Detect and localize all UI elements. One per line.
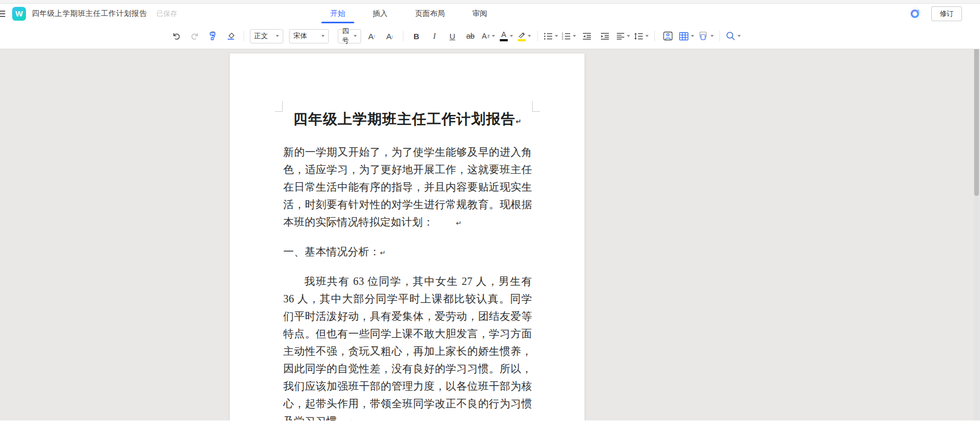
assistant-avatar-icon[interactable]	[908, 6, 922, 21]
divider	[537, 31, 538, 41]
numbered-list-button[interactable]: 123	[562, 28, 576, 44]
paragraph-mark: ↵	[456, 219, 462, 227]
chevron-down-icon	[573, 35, 576, 37]
increase-indent-button[interactable]	[598, 28, 612, 44]
document-page[interactable]: 四年级上学期班主任工作计划报告↵ 新的一学期又开始了，为了使学生能够及早的进入角…	[230, 53, 585, 420]
italic-button[interactable]: I	[427, 28, 442, 44]
underline-button[interactable]: U	[445, 28, 460, 44]
ribbon-tabs: 开始 插入 页面布局 审阅	[329, 4, 488, 23]
save-status-badge: 已保存	[157, 9, 177, 19]
vertical-scrollbar[interactable]	[974, 49, 979, 420]
chevron-down-icon	[492, 35, 495, 37]
divider	[720, 31, 720, 41]
paragraph-style-dropdown[interactable]: 正文	[250, 29, 283, 43]
bold-button[interactable]: B	[409, 28, 424, 44]
chevron-down-icon	[738, 35, 741, 37]
redo-button[interactable]	[187, 28, 202, 44]
tab-home[interactable]: 开始	[329, 4, 346, 23]
chevron-down-icon	[510, 35, 513, 37]
paragraph-mark: ↵	[516, 118, 522, 126]
tab-review[interactable]: 审阅	[471, 4, 488, 23]
tab-insert[interactable]: 插入	[372, 4, 389, 23]
chevron-down-icon	[354, 35, 357, 37]
divider	[403, 31, 403, 41]
chevron-down-icon	[321, 35, 325, 37]
header-bar: W 四年级上学期班主任工作计划报告 已保存 开始 插入 页面布局 审阅 修订	[0, 4, 980, 23]
tab-page-layout[interactable]: 页面布局	[414, 4, 446, 23]
main-menu-icon[interactable]	[0, 11, 5, 17]
font-size-dropdown[interactable]: 四号	[338, 29, 361, 43]
paragraph-mark: ↵	[380, 249, 386, 257]
doc-heading[interactable]: 四年级上学期班主任工作计划报告↵	[283, 109, 532, 131]
highlight-color-swatch	[518, 39, 526, 41]
divider	[244, 31, 244, 41]
chevron-down-icon	[711, 35, 714, 37]
line-spacing-button[interactable]	[634, 28, 649, 44]
track-changes-button[interactable]: 修订	[931, 6, 962, 21]
ribbon-toolbar: 正文 宋体 四号 A↑ A↓ B I U ab Az A 123	[0, 23, 980, 49]
chevron-down-icon	[645, 35, 649, 37]
search-icon	[726, 31, 735, 41]
margin-mark-top-left	[275, 101, 283, 112]
doc-paragraph-intro[interactable]: 新的一学期又开始了，为了使学生能够及早的进入角色，适应学习，为了更好地开展工作，…	[283, 144, 532, 232]
insert-shape-button[interactable]	[698, 28, 714, 44]
bullet-list-button[interactable]	[544, 28, 558, 44]
chevron-down-icon	[627, 35, 630, 37]
font-family-dropdown[interactable]: 宋体	[289, 29, 329, 43]
wps-logo[interactable]: W	[12, 7, 26, 21]
scrollbar-thumb[interactable]	[974, 49, 979, 196]
clear-format-eraser-icon[interactable]	[223, 28, 238, 44]
margin-mark-top-right	[532, 101, 540, 112]
doc-paragraph-analysis[interactable]: 我班共有 63 位同学，其中女生 27 人，男生有 36 人，其中大部分同学平时…	[283, 273, 532, 420]
format-painter-icon[interactable]	[205, 28, 220, 44]
text-effects-button[interactable]: Az	[481, 28, 496, 44]
svg-text:3: 3	[562, 37, 563, 40]
font-color-button[interactable]: A	[499, 28, 514, 44]
font-color-swatch	[500, 39, 508, 41]
window-top-strip	[0, 0, 980, 4]
insert-image-button[interactable]	[661, 28, 675, 44]
doc-heading-text: 四年级上学期班主任工作计划报告	[293, 111, 516, 127]
undo-button[interactable]	[169, 28, 184, 44]
insert-table-button[interactable]	[679, 28, 694, 44]
increase-font-size-button[interactable]: A↑	[365, 28, 379, 44]
header-right-group: 修订	[908, 4, 962, 23]
highlight-color-button[interactable]	[517, 28, 532, 44]
paragraph-mark: ↵	[348, 418, 354, 420]
document-title-text: 四年级上学期班主任工作计划报告	[32, 9, 147, 19]
text-align-button[interactable]	[616, 28, 630, 44]
divider	[654, 31, 655, 41]
search-button[interactable]	[726, 28, 741, 44]
doc-section-heading-1[interactable]: 一、基本情况分析：↵	[283, 243, 532, 262]
highlighter-pen-icon	[518, 31, 526, 38]
chevron-down-icon	[691, 35, 694, 37]
decrease-indent-button[interactable]	[580, 28, 594, 44]
chevron-down-icon	[555, 35, 558, 37]
chevron-down-icon	[528, 35, 531, 37]
document-canvas: 四年级上学期班主任工作计划报告↵ 新的一学期又开始了，为了使学生能够及早的进入角…	[0, 49, 980, 420]
strikethrough-button[interactable]: ab	[463, 28, 478, 44]
chevron-down-icon	[276, 35, 279, 37]
decrease-font-size-button[interactable]: A↓	[383, 28, 397, 44]
